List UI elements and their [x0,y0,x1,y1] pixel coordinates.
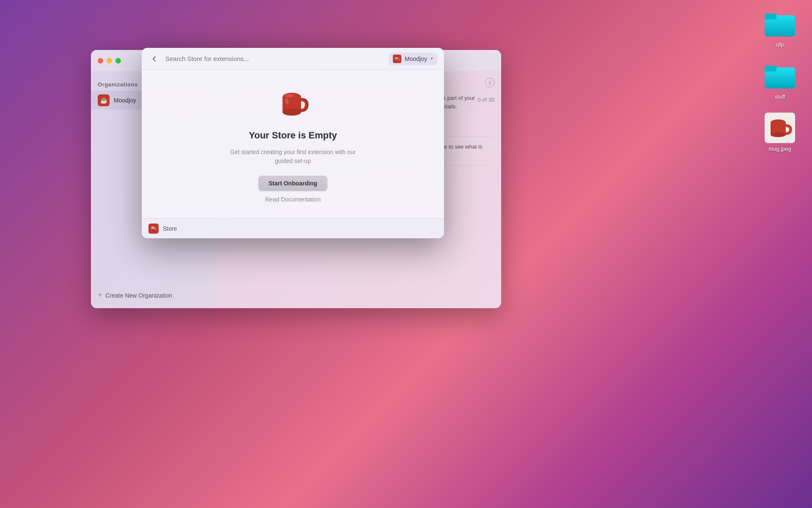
svg-rect-2 [765,14,776,19]
org-selector[interactable]: Moodjoy ▾ [389,52,437,65]
desktop-icon-ufp[interactable]: ufp [765,8,795,48]
store-window: Moodjoy ▾ [142,48,444,238]
window-close-dot[interactable] [98,58,103,64]
desktop-icon-stuff[interactable]: stuff [765,61,795,100]
store-action-buttons: Start Onboarding Read Documentation [258,176,327,203]
svg-point-19 [151,229,154,230]
store-empty-subtitle: Get started creating your first extensio… [221,148,365,166]
chevron-down-icon: ▾ [431,56,433,61]
org-selector-name: Moodjoy [405,55,427,62]
read-documentation-link[interactable]: Read Documentation [265,196,321,203]
store-empty-title: Your Store is Empty [249,130,337,141]
moodjoy-avatar: ☕ [98,94,110,106]
window-maximize-dot[interactable] [115,58,121,64]
back-button[interactable] [148,53,160,65]
store-header: Moodjoy ▾ [142,48,444,70]
store-footer-label: Store [163,225,177,232]
svg-point-15 [285,94,294,97]
create-org-label: Create New Organization [106,292,172,299]
store-footer: Store [142,218,444,238]
ufp-folder-label: ufp [776,41,784,48]
stuff-folder-icon [765,61,795,91]
count-badge: 0 of 30 [477,97,494,103]
svg-point-11 [395,60,398,61]
desktop-icons: ufp stuff [765,8,795,152]
create-org-button[interactable]: + Create New Organization [98,291,172,300]
store-empty-state: Your Store is Empty Get started creating… [142,70,444,218]
start-onboarding-button[interactable]: Start Onboarding [258,176,327,191]
desktop-icon-mug[interactable]: mug.jpeg [765,113,795,152]
svg-rect-4 [765,66,776,72]
svg-point-8 [771,132,786,137]
store-footer-icon [148,224,159,234]
mug-file-icon [765,113,795,143]
org-selector-avatar [393,55,401,63]
info-icon[interactable]: ℹ [485,78,494,87]
stuff-folder-label: stuff [775,94,785,100]
store-mug-illustration [274,85,312,123]
plus-icon: + [98,291,102,300]
mug-file-label: mug.jpeg [768,146,791,152]
ufp-folder-icon [765,8,795,39]
svg-point-14 [283,109,301,116]
sidebar-item-moodjoy-label: Moodjoy [114,97,136,104]
window-minimize-dot[interactable] [107,58,112,64]
store-search-input[interactable] [165,55,384,62]
